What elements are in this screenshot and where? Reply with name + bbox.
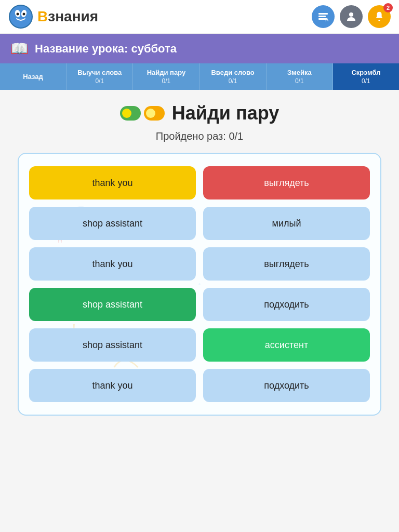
bell-button[interactable]: 2 bbox=[368, 5, 391, 28]
header: Взнания A 2 bbox=[0, 0, 399, 34]
svg-point-3 bbox=[17, 13, 19, 16]
toggle-yellow bbox=[144, 106, 165, 121]
game-title-row: Найди пару bbox=[120, 102, 279, 124]
card-podkhodit-2[interactable]: подходить bbox=[203, 369, 370, 402]
logo-icon bbox=[8, 4, 33, 29]
game-title: Найди пару bbox=[172, 102, 279, 124]
svg-rect-5 bbox=[318, 13, 328, 15]
toggle-green-inner bbox=[122, 109, 131, 118]
profile-icon bbox=[345, 10, 357, 23]
lesson-icon: 📖 bbox=[10, 40, 29, 57]
bell-icon bbox=[374, 11, 385, 22]
tab-scramble[interactable]: Скрэмбл 0/1 bbox=[333, 63, 399, 90]
toggle-green bbox=[120, 106, 141, 121]
nav-tabs: Назад Выучи слова 0/1 Найди пару 0/1 Вве… bbox=[0, 63, 399, 90]
logo-area: Взнания bbox=[8, 4, 98, 29]
card-vyglyadet-1[interactable]: выглядеть bbox=[203, 166, 370, 200]
card-podkhodit-1[interactable]: подходить bbox=[203, 288, 370, 321]
card-shop-assistant-selected[interactable]: shop assistant bbox=[29, 288, 196, 321]
translate-icon: A bbox=[317, 11, 329, 22]
tab-snake[interactable]: Змейка 0/1 bbox=[267, 63, 333, 90]
card-milyy-1[interactable]: милый bbox=[203, 207, 370, 240]
profile-button[interactable] bbox=[340, 5, 363, 28]
header-icons: A 2 bbox=[312, 5, 391, 28]
toggle-yellow-inner bbox=[146, 109, 155, 118]
svg-text:A: A bbox=[325, 17, 329, 22]
card-shop-assistant-1[interactable]: shop assistant bbox=[29, 207, 196, 240]
svg-point-0 bbox=[9, 5, 32, 28]
toggle-icons bbox=[120, 106, 165, 121]
card-thank-you-1[interactable]: thank you bbox=[29, 166, 196, 200]
tab-back[interactable]: Назад bbox=[0, 63, 66, 90]
tab-learn-words[interactable]: Выучи слова 0/1 bbox=[66, 63, 133, 90]
tab-find-pair[interactable]: Найди пару 0/1 bbox=[133, 63, 200, 90]
main-content: Найди пару Пройдено раз: 0/1 ? ? " " ! !… bbox=[0, 90, 399, 428]
card-thank-you-2[interactable]: thank you bbox=[29, 247, 196, 281]
notification-badge: 2 bbox=[383, 3, 393, 12]
tab-enter-word[interactable]: Введи слово 0/1 bbox=[200, 63, 267, 90]
progress-text: Пройдено раз: 0/1 bbox=[156, 130, 243, 142]
logo-text: Взнания bbox=[37, 8, 98, 25]
svg-point-9 bbox=[349, 12, 353, 17]
card-assistent[interactable]: ассистент bbox=[203, 328, 370, 362]
lesson-bar: 📖 Название урока: суббота bbox=[0, 34, 399, 63]
svg-point-4 bbox=[23, 13, 25, 16]
card-shop-assistant-2[interactable]: shop assistant bbox=[29, 328, 196, 362]
cards-grid: thank you выглядеть shop assistant милый… bbox=[29, 166, 370, 402]
card-vyglyadet-2[interactable]: выглядеть bbox=[203, 247, 370, 281]
translate-button[interactable]: A bbox=[312, 5, 335, 28]
card-thank-you-3[interactable]: thank you bbox=[29, 369, 196, 402]
lesson-title: Название урока: суббота bbox=[35, 42, 177, 56]
game-area: ? ? " " ! ! ~ thank you выглядеть shop a… bbox=[18, 153, 381, 416]
svg-rect-6 bbox=[318, 16, 326, 17]
